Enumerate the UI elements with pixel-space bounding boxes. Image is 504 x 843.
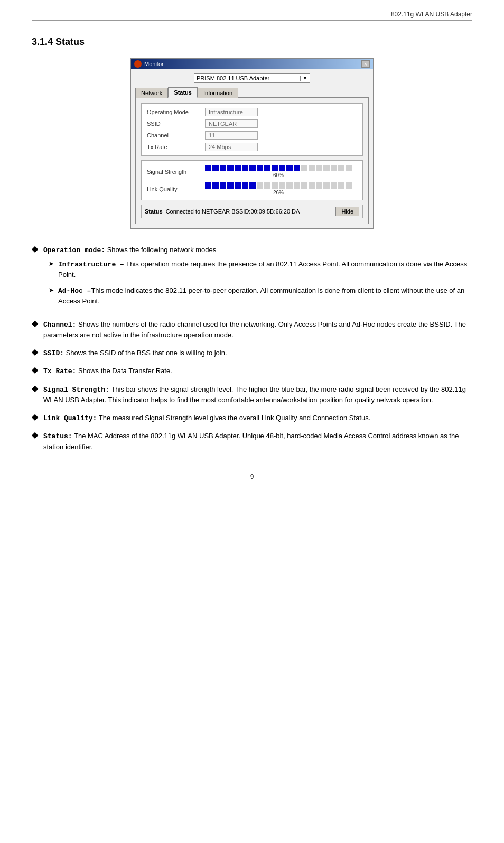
- bar-segment: [331, 182, 337, 189]
- bullet-content: Channel: Shows the numbers of the radio …: [43, 319, 472, 340]
- bar-segment: [212, 165, 219, 171]
- bar-segment: [249, 182, 256, 189]
- monitor-body: PRISM 802.11 USB Adapter ▼ Network Statu…: [131, 69, 373, 228]
- page-header: 802.11g WLAN USB Adapter: [32, 11, 472, 21]
- bullet-list: ◆Operation mode: Shows the following net…: [32, 245, 472, 452]
- adapter-select[interactable]: PRISM 802.11 USB Adapter ▼: [194, 73, 310, 83]
- bar-segment: [264, 165, 270, 171]
- signal-section: Signal Strength 60% Link Quality 26%: [141, 160, 363, 200]
- bar-segment: [212, 182, 219, 189]
- link-quality-label: Link Quality: [147, 186, 205, 192]
- dropdown-arrow-icon: ▼: [300, 76, 307, 81]
- tab-network[interactable]: Network: [135, 88, 168, 98]
- info-row-operating-mode: Operating Mode Infrastructure: [147, 108, 357, 116]
- signal-strength-percent: 60%: [205, 172, 352, 178]
- bullet-term: Channel:: [43, 321, 76, 329]
- bar-segment: [235, 182, 241, 189]
- diamond-icon: ◆: [32, 430, 38, 440]
- bullet-item: ◆Status: The MAC Address of the 802.11g …: [32, 431, 472, 452]
- signal-strength-bar: 60%: [205, 165, 352, 178]
- bar-segment: [220, 165, 226, 171]
- link-quality-row: Link Quality 26%: [147, 182, 357, 196]
- monitor-title: Monitor: [144, 61, 164, 67]
- page-number: 9: [32, 473, 472, 480]
- close-button[interactable]: ×: [361, 60, 370, 68]
- bullet-term: Tx Rate:: [43, 367, 76, 375]
- tabs-row: Network Status Information: [135, 87, 369, 98]
- tab-content: Operating Mode Infrastructure SSID NETGE…: [135, 97, 369, 224]
- tab-status[interactable]: Status: [168, 87, 198, 98]
- bar-segment: [309, 165, 315, 171]
- info-row-txrate: Tx Rate 24 Mbps: [147, 143, 357, 151]
- bar-segment: [331, 165, 337, 171]
- ssid-label: SSID: [147, 121, 205, 127]
- bullet-content: Operation mode: Shows the following netw…: [43, 245, 472, 312]
- monitor-titlebar: Monitor ×: [131, 59, 373, 69]
- bullet-term: Status:: [43, 432, 72, 440]
- bullet-content: Signal Strength: This bar shows the sign…: [43, 384, 472, 405]
- bar-segment: [279, 182, 285, 189]
- diamond-icon: ◆: [32, 244, 38, 254]
- bar-segment: [294, 165, 300, 171]
- sub-arrow-icon: ➤: [49, 285, 54, 295]
- adapter-name: PRISM 802.11 USB Adapter: [197, 75, 269, 81]
- header-title: 802.11g WLAN USB Adapter: [391, 11, 472, 18]
- bar-segment: [205, 165, 211, 171]
- bar-segment: [279, 165, 285, 171]
- channel-value: 11: [205, 131, 258, 140]
- monitor-icon: [134, 60, 142, 68]
- bar-segment: [309, 182, 315, 189]
- info-section: Operating Mode Infrastructure SSID NETGE…: [141, 103, 363, 156]
- bar-segment: [294, 182, 300, 189]
- link-quality-percent: 26%: [205, 190, 352, 196]
- bar-segment: [249, 165, 256, 171]
- sub-term: Ad-Hoc –: [58, 287, 91, 295]
- bar-segment: [242, 182, 248, 189]
- diamond-icon: ◆: [32, 412, 38, 422]
- bar-segment: [235, 165, 241, 171]
- bar-segment: [323, 182, 330, 189]
- bar-segment: [301, 182, 307, 189]
- bullet-item: ◆Operation mode: Shows the following net…: [32, 245, 472, 312]
- monitor-window: Monitor × PRISM 802.11 USB Adapter ▼ Net…: [130, 58, 374, 229]
- bar-segment: [346, 182, 352, 189]
- bar-segment: [264, 182, 270, 189]
- sub-content: Infrastructure – This operation mode req…: [58, 259, 472, 280]
- bar-segment: [272, 165, 278, 171]
- status-value: Connected to:NETGEAR BSSID:00:09:5B:66:2…: [166, 208, 333, 215]
- bar-segment: [316, 165, 322, 171]
- bullet-item: ◆Signal Strength: This bar shows the sig…: [32, 384, 472, 405]
- tab-information[interactable]: Information: [198, 88, 238, 98]
- status-bar: Status Connected to:NETGEAR BSSID:00:09:…: [141, 205, 363, 218]
- bar-segment: [338, 165, 344, 171]
- status-label: Status: [145, 208, 163, 215]
- bar-segment: [286, 165, 293, 171]
- operating-mode-value: Infrastructure: [205, 108, 258, 116]
- channel-label: Channel: [147, 132, 205, 138]
- bar-segment: [242, 165, 248, 171]
- bullet-term: Operation mode:: [43, 246, 105, 254]
- adapter-select-row: PRISM 802.11 USB Adapter ▼: [135, 73, 369, 83]
- bullet-item: ◆Channel: Shows the numbers of the radio…: [32, 319, 472, 340]
- bar-segment: [257, 165, 263, 171]
- bar-segment: [301, 165, 307, 171]
- bar-segment: [205, 182, 211, 189]
- signal-strength-row: Signal Strength 60%: [147, 165, 357, 178]
- link-quality-bar: 26%: [205, 182, 352, 196]
- bullet-content: SSID: Shows the SSID of the BSS that one…: [43, 348, 472, 359]
- diamond-icon: ◆: [32, 347, 38, 357]
- bullet-term: SSID:: [43, 349, 64, 357]
- info-row-ssid: SSID NETGEAR: [147, 119, 357, 128]
- bar-segment: [257, 182, 263, 189]
- sub-term: Infrastructure –: [58, 261, 124, 268]
- operating-mode-label: Operating Mode: [147, 109, 205, 115]
- bullet-content: Status: The MAC Address of the 802.11g W…: [43, 431, 472, 452]
- diamond-icon: ◆: [32, 365, 38, 375]
- signal-strength-label: Signal Strength: [147, 169, 205, 175]
- bullet-content: Link Quality: The measured Signal Streng…: [43, 413, 472, 424]
- txrate-value: 24 Mbps: [205, 143, 258, 151]
- hide-button[interactable]: Hide: [335, 207, 359, 216]
- sub-list: ➤Infrastructure – This operation mode re…: [49, 259, 472, 307]
- bullet-content: Tx Rate: Shows the Data Transfer Rate.: [43, 366, 472, 377]
- sub-content: Ad-Hoc –This mode indicates the 802.11 p…: [58, 285, 472, 307]
